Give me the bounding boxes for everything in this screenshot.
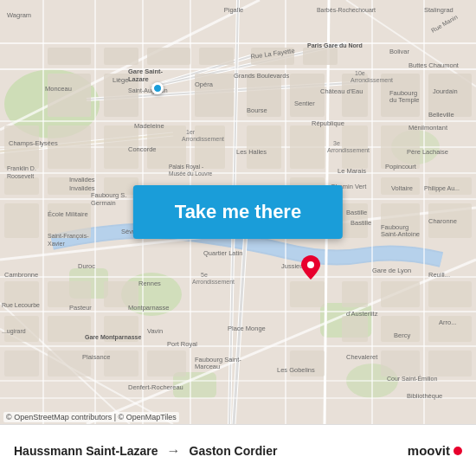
svg-text:Germain: Germain [91,199,116,207]
svg-rect-59 [48,125,91,169]
svg-text:...ugirard: ...ugirard [2,328,26,335]
moovit-dot-icon [453,447,462,455]
svg-text:Pigalle: Pigalle [224,6,244,14]
svg-text:Philippe Au...: Philippe Au... [424,185,460,192]
svg-text:Bastille: Bastille [351,219,371,227]
bottom-bar: Haussmann Saint-Lazare → Gaston Cordier … [0,424,476,476]
svg-text:Jussieu: Jussieu [281,262,303,270]
svg-rect-51 [48,74,91,117]
svg-text:Invalides: Invalides [69,176,95,183]
svg-text:Les Gobelins: Les Gobelins [277,366,315,374]
svg-text:Château d'Eau: Château d'Eau [320,87,363,95]
svg-text:Palais Royal -: Palais Royal - [169,164,203,170]
svg-text:Pasteur: Pasteur [69,304,92,312]
svg-text:Vavin: Vavin [147,327,163,335]
svg-rect-47 [147,48,190,65]
svg-text:Popincourt: Popincourt [385,163,417,170]
svg-text:Arrondissement: Arrondissement [182,136,224,142]
route-arrow: → [167,443,181,459]
svg-text:Montparnasse: Montparnasse [128,304,170,312]
svg-text:Les Halles: Les Halles [236,148,267,156]
svg-text:Bibliothèque: Bibliothèque [407,392,442,400]
svg-text:1er: 1er [186,129,196,135]
svg-text:Cambronne: Cambronne [4,271,38,279]
svg-text:Quartier Latin: Quartier Latin [203,249,242,257]
svg-text:Franklin D.: Franklin D. [7,165,36,171]
svg-point-188 [307,261,314,268]
svg-text:Xavier: Xavier [48,241,66,247]
svg-rect-96 [147,351,186,376]
svg-text:Bolivar: Bolivar [389,48,409,55]
svg-text:Stalingrad: Stalingrad [424,6,453,14]
svg-text:Charonne: Charonne [428,217,457,225]
svg-text:Roosevelt: Roosevelt [7,173,34,179]
svg-text:Arrondissement: Arrondissement [327,147,370,153]
svg-rect-83 [290,281,325,307]
map-container: Pigalle Barbès-Rochechouart Stalingrad W… [0,0,476,424]
svg-text:Belleville: Belleville [428,111,454,119]
moovit-brand-text: moovit [408,443,450,458]
svg-text:Saint-François-: Saint-François- [48,233,89,240]
svg-text:Reuill...: Reuill... [428,271,450,279]
svg-rect-45 [48,48,91,65]
svg-rect-62 [195,125,225,169]
svg-text:Port Royal: Port Royal [167,340,197,348]
route-from: Haussmann Saint-Lazare [14,444,158,458]
svg-text:Duroc: Duroc [78,262,95,270]
svg-rect-63 [247,125,281,169]
svg-text:Jourdain: Jourdain [433,87,458,95]
svg-text:3e: 3e [333,140,340,146]
svg-rect-99 [428,351,472,376]
svg-text:Voltaire: Voltaire [391,184,413,192]
svg-text:Plaisance: Plaisance [82,353,111,361]
svg-rect-55 [290,74,325,117]
svg-text:Concorde: Concorde [128,145,157,153]
svg-text:Bourse: Bourse [247,106,267,114]
svg-text:Liège: Liège [113,76,128,84]
button-overlay: Take me there [133,185,343,239]
svg-text:Grands Boulevards: Grands Boulevards [234,72,289,80]
svg-text:Gare Montparnasse: Gare Montparnasse [85,334,141,341]
svg-text:Arro...: Arro... [439,318,456,326]
svg-text:Arrondissement: Arrondissement [192,279,235,285]
svg-rect-86 [428,281,472,307]
svg-text:Wagram: Wagram [7,11,31,19]
svg-text:Saint-Antoine: Saint-Antoine [381,230,420,238]
svg-rect-93 [4,351,39,376]
svg-rect-50 [303,48,338,65]
svg-text:du Temple: du Temple [389,96,419,104]
svg-text:Musée du Louvre: Musée du Louvre [169,170,213,177]
svg-rect-84 [342,281,368,307]
svg-text:Bercy: Bercy [394,331,410,339]
moovit-logo: moovit [408,443,462,458]
svg-text:Monceau: Monceau [45,85,72,93]
svg-text:d'Austerlitz: d'Austerlitz [346,310,378,318]
svg-text:Rennes: Rennes [138,280,161,287]
svg-rect-85 [381,281,420,307]
svg-text:Père Lachaise: Père Lachaise [407,148,448,156]
svg-text:Gare de Lyon: Gare de Lyon [372,267,411,274]
svg-rect-98 [381,351,420,376]
svg-text:Ménilmontant: Ménilmontant [408,124,448,132]
svg-rect-46 [104,48,138,65]
svg-rect-67 [4,125,39,169]
svg-text:Opéra: Opéra [195,80,214,88]
svg-text:Le Marais: Le Marais [338,167,366,175]
svg-text:Bastille: Bastille [346,209,367,216]
map-attribution: © OpenStreetMap contributors | © OpenMap… [3,412,179,422]
svg-text:Chevaleret: Chevaleret [346,353,378,361]
svg-text:Buttes Chaumont: Buttes Chaumont [408,61,460,69]
svg-text:Place Monge: Place Monge [228,325,266,332]
svg-text:République: République [312,119,344,127]
svg-rect-74 [4,203,39,238]
route-to: Gaston Cordier [190,444,278,458]
svg-text:Marceau: Marceau [195,363,220,370]
svg-text:Cour Saint-Émilion: Cour Saint-Émilion [387,375,437,382]
svg-text:Arrondissement: Arrondissement [351,77,393,83]
take-me-there-button[interactable]: Take me there [133,185,343,239]
destination-marker [301,255,320,283]
svg-rect-48 [199,48,234,65]
svg-rect-90 [342,316,368,342]
origin-marker [151,82,164,94]
svg-text:Denfert-Rochereau: Denfert-Rochereau [128,383,183,391]
